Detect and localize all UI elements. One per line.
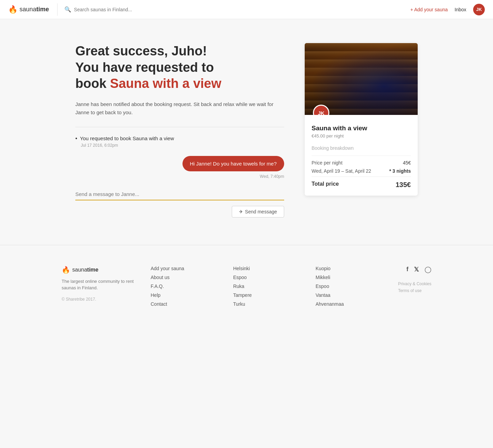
total-price-row: Total price 135€	[312, 181, 411, 189]
search-area: 🔍	[64, 6, 410, 13]
instagram-icon[interactable]: ◯	[425, 266, 431, 273]
footer-link[interactable]: Ruka	[233, 284, 302, 289]
sauna-card: JK Sauna with a view €45.00 per night Bo…	[305, 43, 418, 196]
footer-link[interactable]: Add your sauna	[151, 266, 219, 271]
message-bubble: Hi Janne! Do you have towels for me?	[75, 156, 284, 171]
bubble-text: Hi Janne! Do you have towels for me?	[182, 156, 284, 171]
sauna-visual	[305, 43, 418, 115]
message-time: Wed, 7:40pm	[75, 174, 284, 179]
footer-right-column: f 𝕏 ◯ Privacy & Cookies Terms of use	[398, 266, 431, 293]
footer-link[interactable]: Turku	[233, 301, 302, 307]
footer-link[interactable]: Espoo	[316, 284, 384, 289]
send-message-button[interactable]: ✈ Send message	[232, 206, 284, 218]
booking-subtitle: Janne has been notified about the bookin…	[75, 100, 284, 117]
footer-logo: 🔥 saunatime	[62, 266, 137, 274]
flame-icon: 🔥	[8, 5, 17, 14]
footer-link[interactable]: Contact	[151, 301, 219, 307]
total-divider	[312, 176, 411, 177]
activity-time: Jul 17 2016, 6:02pm	[81, 143, 284, 148]
user-avatar[interactable]: JK	[473, 4, 485, 15]
footer-link[interactable]: Mikkeli	[316, 275, 384, 280]
sauna-name: Sauna with a view	[312, 124, 411, 132]
footer-link[interactable]: Vantaa	[316, 292, 384, 298]
sauna-image: JK	[305, 43, 418, 115]
city-lights	[344, 65, 407, 93]
search-icon: 🔍	[64, 6, 71, 13]
terms-link[interactable]: Terms of use	[398, 288, 431, 293]
booking-title: Great success, Juho! You have requested …	[75, 43, 284, 92]
footer-links-col1: Add your saunaAbout usF.A.Q.HelpContact	[151, 266, 219, 307]
facebook-icon[interactable]: f	[406, 266, 408, 273]
footer-link[interactable]: F.A.Q.	[151, 284, 219, 289]
footer-inner: 🔥 saunatime The largest online community…	[62, 266, 431, 307]
footer-links-col3: KuopioMikkeliEspooVantaaAhvenanmaa	[316, 266, 384, 307]
footer-flame-icon: 🔥	[62, 266, 70, 274]
search-input[interactable]	[74, 7, 149, 12]
header-right: + Add your sauna Inbox JK	[410, 4, 485, 15]
card-body: Sauna with a view €45.00 per night Booki…	[305, 115, 418, 196]
footer-social: f 𝕏 ◯	[406, 266, 431, 273]
dates-nights-row: Wed, April 19 – Sat, April 22 * 3 nights	[312, 168, 411, 174]
footer-logo-text: saunatime	[72, 267, 99, 273]
footer-link[interactable]: Kuopio	[316, 266, 384, 271]
footer-link[interactable]: Help	[151, 292, 219, 298]
content-divider	[75, 127, 284, 127]
footer-link[interactable]: Ahvenanmaa	[316, 301, 384, 307]
inbox-link[interactable]: Inbox	[455, 7, 466, 12]
footer-brand: 🔥 saunatime The largest online community…	[62, 266, 137, 302]
footer-link[interactable]: Helsinki	[233, 266, 302, 271]
footer-tagline: The largest online community to rent sau…	[62, 278, 137, 291]
price-per-night-row: Price per night 45€	[312, 160, 411, 166]
twitter-icon[interactable]: 𝕏	[414, 266, 419, 273]
sauna-price: €45.00 per night	[312, 133, 411, 139]
footer-link[interactable]: Espoo	[233, 275, 302, 280]
footer-copyright: © Sharetribe 2017.	[62, 297, 137, 302]
message-input-wrap	[75, 188, 284, 200]
booking-breakdown-title: Booking breakdown	[312, 145, 411, 151]
logo-text: saunatime	[20, 6, 49, 13]
main-content: Great success, Juho! You have requested …	[62, 19, 431, 245]
add-sauna-link[interactable]: + Add your sauna	[410, 7, 447, 12]
footer-legal: Privacy & Cookies Terms of use	[398, 281, 431, 293]
right-column: JK Sauna with a view €45.00 per night Bo…	[305, 43, 418, 196]
left-column: Great success, Juho! You have requested …	[75, 43, 284, 218]
footer-link[interactable]: Tampere	[233, 292, 302, 298]
breakdown-divider	[312, 156, 411, 156]
bullet-icon: •	[75, 135, 77, 142]
footer: 🔥 saunatime The largest online community…	[0, 245, 493, 320]
header: 🔥 saunatime 🔍 + Add your sauna Inbox JK	[0, 0, 493, 19]
message-input[interactable]	[75, 188, 284, 200]
footer-links-col2: HelsinkiEspooRukaTampereTurku	[233, 266, 302, 307]
privacy-link[interactable]: Privacy & Cookies	[398, 281, 431, 286]
header-divider	[57, 3, 58, 16]
logo[interactable]: 🔥 saunatime	[8, 5, 49, 14]
activity-item: • You requested to book Sauna with a vie…	[75, 135, 284, 142]
send-icon: ✈	[239, 209, 243, 214]
footer-link[interactable]: About us	[151, 275, 219, 280]
activity-text: You requested to book Sauna with a view	[80, 135, 174, 141]
